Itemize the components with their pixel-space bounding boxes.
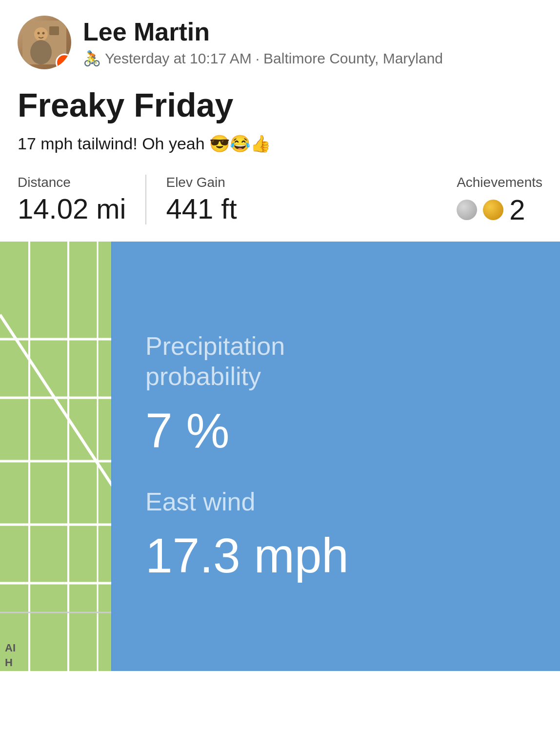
emoji-laugh: 😂 — [230, 134, 250, 153]
svg-point-2 — [34, 27, 48, 41]
svg-text:H: H — [5, 656, 13, 669]
svg-point-5 — [42, 32, 45, 35]
distance-label: Distance — [18, 175, 126, 190]
activity-title: Freaky Friday — [18, 87, 542, 123]
map-svg: AI H — [0, 242, 112, 671]
svg-point-3 — [30, 40, 52, 64]
svg-point-4 — [38, 32, 40, 35]
post-header: › Lee Martin 🚴 Yesterday at 10:17 AM · B… — [18, 16, 542, 69]
post-time: Yesterday at 10:17 AM — [105, 50, 252, 67]
svg-rect-7 — [0, 242, 112, 671]
precipitation-value: 7 % — [145, 404, 526, 457]
elev-label: Elev Gain — [166, 175, 237, 190]
activity-description: 17 mph tailwind! Oh yeah 😎😂👍 — [18, 132, 542, 156]
achievements-label: Achievements — [457, 175, 542, 190]
avatar[interactable]: › — [18, 16, 71, 69]
distance-value: 14.02 mi — [18, 193, 126, 224]
emoji-thumbsup: 👍 — [250, 134, 271, 153]
silver-medal-icon — [457, 200, 477, 220]
achievements-value: 2 — [457, 193, 542, 226]
map-weather-section: AI H Precipitation probability 7 % East … — [0, 242, 560, 671]
bike-icon: 🚴 — [83, 50, 101, 67]
strava-badge: › — [56, 54, 71, 69]
post-location: Baltimore County, Maryland — [263, 50, 443, 67]
weather-overlay: Precipitation probability 7 % East wind … — [111, 242, 560, 671]
meta-separator: · — [256, 50, 260, 67]
wind-label: East wind — [145, 487, 526, 517]
wind-value: 17.3 mph — [145, 529, 526, 582]
elev-stat: Elev Gain 441 ft — [166, 175, 266, 224]
strava-icon: › — [63, 58, 66, 67]
achievements-count: 2 — [509, 193, 525, 226]
achievements-stat: Achievements 2 — [457, 175, 542, 226]
description-text: 17 mph tailwind! Oh yeah — [18, 134, 205, 153]
gold-medal-icon — [483, 200, 503, 220]
user-name[interactable]: Lee Martin — [83, 18, 443, 46]
map-background: AI H — [0, 242, 112, 671]
elev-value: 441 ft — [166, 193, 237, 224]
header-info: Lee Martin 🚴 Yesterday at 10:17 AM · Bal… — [83, 18, 443, 67]
emoji-sunglasses: 😎 — [209, 134, 230, 153]
post-meta: 🚴 Yesterday at 10:17 AM · Baltimore Coun… — [83, 50, 443, 67]
svg-text:AI: AI — [5, 642, 16, 654]
svg-rect-1 — [49, 26, 59, 35]
distance-stat: Distance 14.02 mi — [18, 175, 146, 224]
precipitation-label: Precipitation probability — [145, 331, 526, 392]
post-container: › Lee Martin 🚴 Yesterday at 10:17 AM · B… — [0, 0, 560, 242]
stats-row: Distance 14.02 mi Elev Gain 441 ft Achie… — [18, 175, 542, 242]
